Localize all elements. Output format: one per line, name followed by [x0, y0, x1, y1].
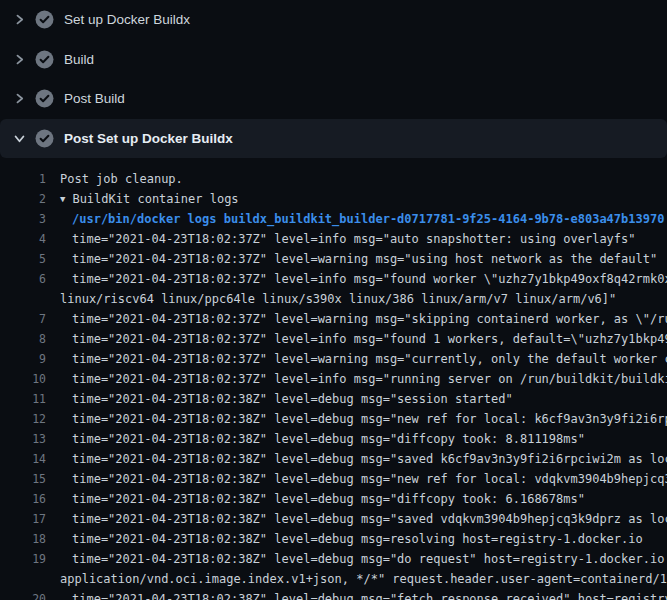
log-line: 15time="2021-04-23T18:02:38Z" level=debu… — [0, 469, 667, 489]
log-group-label[interactable]: BuildKit container logs — [72, 192, 238, 206]
step-row-set-up-docker-buildx[interactable]: Set up Docker Buildx — [0, 0, 667, 40]
log-line: 13time="2021-04-23T18:02:38Z" level=debu… — [0, 429, 667, 449]
line-number[interactable]: 6 — [0, 269, 46, 289]
log-line: 4time="2021-04-23T18:02:37Z" level=info … — [0, 229, 667, 249]
log-text: time="2021-04-23T18:02:38Z" level=debug … — [46, 409, 667, 429]
line-number[interactable]: 5 — [0, 249, 46, 269]
log-line: 14time="2021-04-23T18:02:38Z" level=debu… — [0, 449, 667, 469]
log-line: 2▼BuildKit container logs — [0, 189, 667, 209]
log-text: time="2021-04-23T18:02:38Z" level=debug … — [46, 469, 667, 489]
log-line: 1Post job cleanup. — [0, 169, 667, 189]
line-number[interactable]: 15 — [0, 469, 46, 489]
line-number-empty — [0, 289, 46, 309]
group-collapse-triangle-icon[interactable]: ▼ — [60, 189, 65, 209]
line-number[interactable]: 13 — [0, 429, 46, 449]
log-text: time="2021-04-23T18:02:37Z" level=warnin… — [46, 309, 667, 329]
line-number[interactable]: 16 — [0, 489, 46, 509]
check-circle-icon — [35, 10, 54, 29]
log-text: time="2021-04-23T18:02:38Z" level=debug … — [46, 489, 585, 509]
log-text-wrapped: application/vnd.oci.image.index.v1+json,… — [46, 569, 667, 589]
line-number[interactable]: 17 — [0, 509, 46, 529]
line-number[interactable]: 2 — [0, 189, 46, 209]
line-number[interactable]: 19 — [0, 549, 46, 569]
step-row-post-set-up-docker-buildx[interactable]: Post Set up Docker Buildx — [0, 119, 667, 159]
log-area: 1Post job cleanup.2▼BuildKit container l… — [0, 158, 667, 600]
step-label: Set up Docker Buildx — [64, 12, 190, 27]
step-label: Build — [64, 52, 94, 67]
step-row-post-build[interactable]: Post Build — [0, 79, 667, 119]
log-text-wrapped: linux/riscv64 linux/ppc64le linux/s390x … — [46, 289, 616, 309]
log-line-wrap: linux/riscv64 linux/ppc64le linux/s390x … — [0, 289, 667, 309]
line-number[interactable]: 4 — [0, 229, 46, 249]
line-number[interactable]: 12 — [0, 409, 46, 429]
log-group-header[interactable]: ▼BuildKit container logs — [46, 189, 239, 209]
line-number[interactable]: 14 — [0, 449, 46, 469]
line-number[interactable]: 8 — [0, 329, 46, 349]
line-number[interactable]: 10 — [0, 369, 46, 389]
log-line: 12time="2021-04-23T18:02:38Z" level=debu… — [0, 409, 667, 429]
log-text: time="2021-04-23T18:02:38Z" level=debug … — [46, 549, 667, 569]
log-text: time="2021-04-23T18:02:38Z" level=debug … — [46, 589, 667, 600]
line-number[interactable]: 9 — [0, 349, 46, 369]
log-text: time="2021-04-23T18:02:38Z" level=debug … — [46, 429, 585, 449]
chevron-right-icon — [12, 92, 26, 106]
step-label: Post Build — [64, 91, 125, 106]
check-circle-icon — [35, 129, 54, 148]
line-number[interactable]: 3 — [0, 209, 46, 229]
log-text: time="2021-04-23T18:02:37Z" level=info m… — [46, 269, 667, 289]
step-row-build[interactable]: Build — [0, 40, 667, 80]
log-line: 7time="2021-04-23T18:02:37Z" level=warni… — [0, 309, 667, 329]
log-line: 10time="2021-04-23T18:02:37Z" level=info… — [0, 369, 667, 389]
log-line: 20time="2021-04-23T18:02:38Z" level=debu… — [0, 589, 667, 600]
line-number[interactable]: 18 — [0, 529, 46, 549]
log-line: 8time="2021-04-23T18:02:37Z" level=info … — [0, 329, 667, 349]
chevron-right-icon — [12, 13, 26, 27]
line-number-empty — [0, 569, 46, 589]
chevron-right-icon — [12, 52, 26, 66]
chevron-down-icon — [12, 131, 26, 145]
log-text: Post job cleanup. — [46, 169, 183, 189]
log-text: time="2021-04-23T18:02:37Z" level=warnin… — [46, 349, 667, 369]
log-text: time="2021-04-23T18:02:37Z" level=info m… — [46, 369, 667, 389]
step-label: Post Set up Docker Buildx — [64, 131, 233, 146]
steps-list: Set up Docker Buildx Build Post Build Po… — [0, 0, 667, 158]
log-line: 9time="2021-04-23T18:02:37Z" level=warni… — [0, 349, 667, 369]
log-text: time="2021-04-23T18:02:38Z" level=debug … — [46, 389, 513, 409]
log-command-text: /usr/bin/docker logs buildx_buildkit_bui… — [46, 209, 664, 229]
log-line: 3/usr/bin/docker logs buildx_buildkit_bu… — [0, 209, 667, 229]
check-circle-icon — [35, 89, 54, 108]
log-line: 11time="2021-04-23T18:02:38Z" level=debu… — [0, 389, 667, 409]
line-number[interactable]: 1 — [0, 169, 46, 189]
log-line: 5time="2021-04-23T18:02:37Z" level=warni… — [0, 249, 667, 269]
log-line: 19time="2021-04-23T18:02:38Z" level=debu… — [0, 549, 667, 569]
line-number[interactable]: 11 — [0, 389, 46, 409]
log-text: time="2021-04-23T18:02:37Z" level=warnin… — [46, 249, 657, 269]
log-text: time="2021-04-23T18:02:38Z" level=debug … — [46, 529, 643, 549]
log-line: 16time="2021-04-23T18:02:38Z" level=debu… — [0, 489, 667, 509]
log-text: time="2021-04-23T18:02:38Z" level=debug … — [46, 449, 667, 469]
log-line: 18time="2021-04-23T18:02:38Z" level=debu… — [0, 529, 667, 549]
log-text: time="2021-04-23T18:02:37Z" level=info m… — [46, 329, 667, 349]
log-line-wrap: application/vnd.oci.image.index.v1+json,… — [0, 569, 667, 589]
log-line: 17time="2021-04-23T18:02:38Z" level=debu… — [0, 509, 667, 529]
check-circle-icon — [35, 50, 54, 69]
log-text: time="2021-04-23T18:02:37Z" level=info m… — [46, 229, 636, 249]
log-text: time="2021-04-23T18:02:38Z" level=debug … — [46, 509, 667, 529]
line-number[interactable]: 7 — [0, 309, 46, 329]
line-number[interactable]: 20 — [0, 589, 46, 600]
log-line: 6time="2021-04-23T18:02:37Z" level=info … — [0, 269, 667, 289]
